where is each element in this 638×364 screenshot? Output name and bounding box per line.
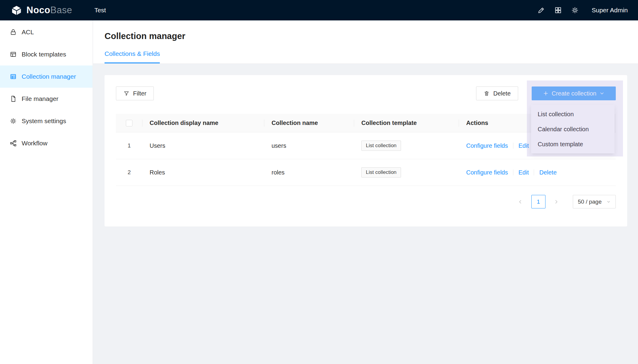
plus-icon [543,90,549,96]
page-number-current[interactable]: 1 [531,195,545,208]
filter-button-label: Filter [133,90,146,97]
pagination: 1 50 / page [116,195,616,208]
edit-link[interactable]: Edit [518,169,529,176]
chevron-right-icon [554,199,559,204]
layout-icon [10,51,17,58]
filter-funnel-icon [123,90,129,96]
nav-menu-item-test[interactable]: Test [91,0,110,20]
plugins-button[interactable] [550,0,567,20]
page-size-value: 50 / page [578,199,602,205]
delete-button-label: Delete [493,90,511,97]
cell-collection-name: users [264,132,354,159]
sidebar-item-label: File manager [22,95,59,102]
page-title: Collection manager [105,31,638,41]
select-all-checkbox[interactable] [126,120,132,126]
chevron-left-icon [518,199,523,204]
collections-card: Filter Delete [105,75,627,226]
content-area: Filter Delete [93,64,638,226]
sidebar-item-label: Collection manager [22,73,76,80]
sidebar-item-label: Block templates [22,51,66,58]
action-divider [513,169,513,175]
table-row: 2 Roles roles List collection Configure … [116,159,616,186]
menu-item-list-collection[interactable]: List collection [531,107,615,122]
app-grid-icon [554,6,562,14]
highlighter-pen-icon [537,6,545,14]
menu-item-calendar-collection[interactable]: Calendar collection [531,122,615,137]
cell-display-name: Roles [142,159,264,186]
cube-logo-icon [10,4,23,17]
page-size-select[interactable]: 50 / page [573,195,616,208]
main-area: Collection manager Collections & Fields … [93,20,638,364]
create-collection-dropdown: List collection Calendar collection Cust… [531,105,615,153]
gear-icon [10,117,17,125]
action-divider [513,143,513,149]
trash-icon [484,90,490,96]
lock-icon [10,29,17,36]
edit-link[interactable]: Edit [518,142,529,149]
create-collection-button-label: Create collection [552,90,597,97]
row-index: 2 [128,169,131,176]
next-page-button[interactable] [550,195,563,208]
action-divider [534,169,534,175]
column-header-name: Collection name [264,114,354,132]
chevron-down-icon [599,91,605,96]
menu-item-custom-template[interactable]: Custom template [531,137,615,152]
sidebar-item-workflow[interactable]: Workflow [0,132,93,154]
sidebar-item-file-manager[interactable]: File manager [0,88,93,110]
file-icon [10,95,17,102]
settings-button[interactable] [567,0,583,20]
tab-collections-fields[interactable]: Collections & Fields [105,50,160,63]
template-tag: List collection [361,167,401,177]
column-header-display-name: Collection display name [142,114,264,132]
page-header: Collection manager Collections & Fields [93,20,638,64]
brand-name-light: Base [50,5,72,15]
sidebar: ACL Block templates Collection manager F… [0,20,93,364]
cell-collection-name: roles [264,159,354,186]
tab-bar: Collections & Fields [105,50,638,63]
prev-page-button[interactable] [514,195,527,208]
delete-link[interactable]: Delete [539,169,557,176]
template-tag: List collection [361,141,401,151]
table-icon [10,73,17,80]
sidebar-item-system-settings[interactable]: System settings [0,110,93,132]
row-index: 1 [128,142,131,149]
top-navbar: NocoBase Test [0,0,638,20]
create-collection-button[interactable]: Create collection [532,86,616,100]
delete-button[interactable]: Delete [476,86,518,100]
cell-display-name: Users [142,132,264,159]
sidebar-item-label: Workflow [22,140,47,147]
user-menu[interactable]: Super Admin [592,7,628,14]
gear-icon [571,6,579,14]
sidebar-item-label: System settings [22,117,66,125]
configure-fields-link[interactable]: Configure fields [466,169,508,176]
nocobase-logo: NocoBase [10,4,72,17]
sidebar-item-collection-manager[interactable]: Collection manager [0,65,93,88]
chevron-down-icon [606,200,611,204]
filter-button[interactable]: Filter [116,86,154,100]
design-mode-button[interactable] [533,0,550,20]
column-header-template: Collection template [354,114,459,132]
sidebar-item-acl[interactable]: ACL [0,21,93,43]
sidebar-item-block-templates[interactable]: Block templates [0,43,93,65]
brand-name-bold: Noco [26,5,50,15]
workflow-icon [10,140,17,147]
table-toolbar: Filter Delete [116,86,616,100]
sidebar-item-label: ACL [22,29,34,36]
configure-fields-link[interactable]: Configure fields [466,142,508,149]
